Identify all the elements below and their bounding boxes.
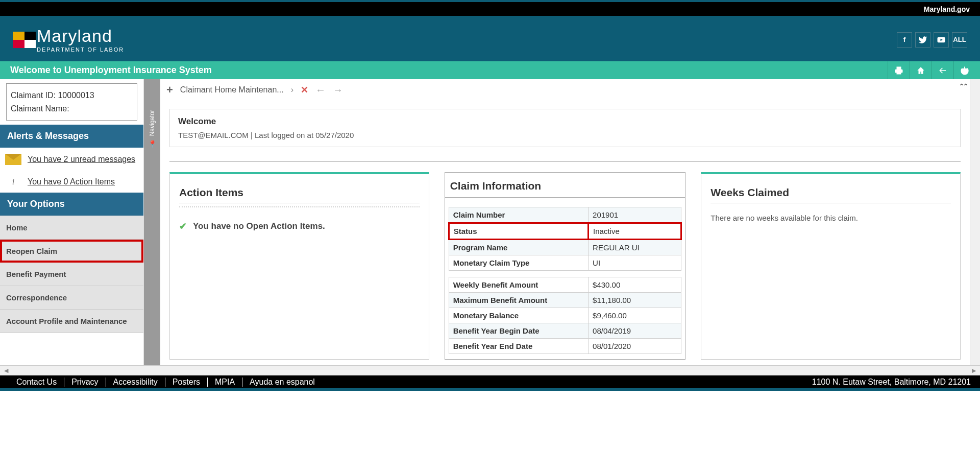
footer-link-ayuda[interactable]: Ayuda en espanol [242, 378, 322, 387]
scroll-left-icon[interactable]: ◀ [4, 367, 8, 374]
add-tab-icon[interactable]: + [166, 83, 173, 97]
alerts-header: Alerts & Messages [0, 125, 143, 148]
table-row: Monetary Balance$9,460.00 [449, 308, 681, 323]
breadcrumb-page[interactable]: Claimant Home Maintenan... [180, 85, 284, 95]
navigator-strip[interactable]: Navigator 📍 [144, 79, 160, 365]
unread-messages-link[interactable]: You have 2 unread messages [28, 155, 135, 164]
body-row: Claimant ID: 10000013 Claimant Name: Ale… [0, 79, 980, 365]
bottom-blue-bar [0, 388, 980, 391]
claim-info-card: Claim Information Claim Number201901 Sta… [445, 172, 686, 360]
table-row: Benefit Year Begin Date08/04/2019 [449, 323, 681, 339]
footer-links: Contact Us Privacy Accessibility Posters… [9, 378, 322, 387]
menu-benefit-payment[interactable]: Benefit Payment [0, 263, 143, 286]
close-tab-icon[interactable]: ✕ [301, 84, 308, 96]
breadcrumb: + Claimant Home Maintenan... › ✕ ← → [160, 79, 970, 101]
facebook-icon[interactable]: f [897, 32, 912, 48]
power-icon[interactable] [953, 61, 975, 79]
logo-area: Maryland DEPARTMENT OF LABOR [13, 27, 124, 53]
twitter-icon[interactable] [915, 32, 930, 48]
back-arrow-icon[interactable] [932, 61, 953, 79]
table-row: Claim Number201901 [449, 207, 681, 223]
claim-info-title: Claim Information [445, 173, 685, 198]
footer-link-posters[interactable]: Posters [165, 378, 208, 387]
system-title: Welcome to Unemployment Insurance System [10, 65, 212, 76]
info-icon: i [5, 177, 21, 186]
youtube-icon[interactable] [934, 32, 949, 48]
all-button[interactable]: ALL [952, 32, 967, 48]
table-row: Maximum Benefit Amount$11,180.00 [449, 293, 681, 308]
pin-icon[interactable]: 📍 [148, 140, 157, 148]
welcome-box: Welcome TEST@EMAIL.COM | Last logged on … [169, 109, 961, 147]
unread-messages-item[interactable]: You have 2 unread messages [0, 148, 143, 171]
weeks-claimed-title: Weeks Claimed [710, 186, 951, 199]
maryland-flag-icon [13, 32, 36, 48]
collapse-icon[interactable]: ⌃⌃ [959, 82, 967, 90]
footer-link-contact[interactable]: Contact Us [9, 378, 64, 387]
table-row: Weekly Benefit Amount$430.00 [449, 277, 681, 293]
table-row-status: StatusInactive [449, 223, 681, 240]
main-content: ⌃⌃ + Claimant Home Maintenan... › ✕ ← → … [160, 79, 970, 365]
claim-info-table: Claim Number201901 StatusInactive Progra… [448, 207, 682, 354]
action-items-title: Action Items [179, 186, 420, 199]
cards-row: Action Items ✔ You have no Open Action I… [160, 167, 970, 370]
footer-link-accessibility[interactable]: Accessibility [106, 378, 165, 387]
dept-header: Maryland DEPARTMENT OF LABOR f ALL [0, 18, 980, 61]
footer-address: 1100 N. Eutaw Street, Baltimore, MD 2120… [812, 378, 971, 387]
weeks-claimed-card: Weeks Claimed There are no weeks availab… [701, 172, 961, 360]
home-icon[interactable] [910, 61, 931, 79]
footer-link-privacy[interactable]: Privacy [64, 378, 106, 387]
menu-account-profile[interactable]: Account Profile and Maintenance [0, 310, 143, 333]
menu-home[interactable]: Home [0, 216, 143, 240]
table-row: Monetary Claim TypeUI [449, 255, 681, 271]
action-items-card: Action Items ✔ You have no Open Action I… [169, 172, 429, 360]
options-menu: Home Reopen Claim Benefit Payment Corres… [0, 216, 143, 333]
sidebar: Claimant ID: 10000013 Claimant Name: Ale… [0, 79, 144, 365]
claimant-id: Claimant ID: 10000013 [11, 89, 133, 102]
nav-back-icon[interactable]: ← [315, 84, 326, 96]
menu-correspondence[interactable]: Correspondence [0, 286, 143, 310]
envelope-icon [5, 154, 21, 165]
action-items-link[interactable]: You have 0 Action Items [28, 177, 115, 186]
action-items-item[interactable]: i You have 0 Action Items [0, 171, 143, 193]
footer: Contact Us Privacy Accessibility Posters… [0, 375, 980, 388]
checkmark-icon: ✔ [179, 221, 187, 232]
logo-sub-text: DEPARTMENT OF LABOR [37, 46, 124, 53]
scroll-right-icon[interactable]: ▶ [972, 367, 976, 374]
logo-main-text: Maryland [37, 27, 124, 44]
options-header: Your Options [0, 193, 143, 216]
divider [169, 161, 961, 162]
chevron-right-icon: › [291, 85, 293, 95]
footer-link-mpia[interactable]: MPIA [208, 378, 242, 387]
print-icon[interactable] [888, 61, 909, 79]
no-action-items-text: You have no Open Action Items. [193, 220, 325, 233]
menu-reopen-claim[interactable]: Reopen Claim [0, 240, 143, 263]
navigator-label: Navigator [149, 110, 156, 136]
table-row: Program NameREGULAR UI [449, 240, 681, 255]
social-icons: f ALL [897, 32, 967, 48]
welcome-text: TEST@EMAIL.COM | Last logged on at 05/27… [178, 131, 952, 139]
welcome-green-bar: Welcome to Unemployment Insurance System [0, 61, 980, 79]
claimant-info-box: Claimant ID: 10000013 Claimant Name: [6, 83, 137, 121]
no-weeks-text: There are no weeks available for this cl… [710, 214, 951, 222]
claimant-name: Claimant Name: [11, 102, 133, 115]
table-row: Benefit Year End Date08/01/2020 [449, 339, 681, 354]
maryland-gov-link[interactable]: Maryland.gov [924, 5, 970, 13]
top-black-bar: Maryland.gov [0, 0, 980, 18]
nav-forward-icon[interactable]: → [333, 84, 343, 96]
vertical-scrollbar[interactable] [970, 79, 980, 365]
welcome-title: Welcome [178, 116, 952, 127]
